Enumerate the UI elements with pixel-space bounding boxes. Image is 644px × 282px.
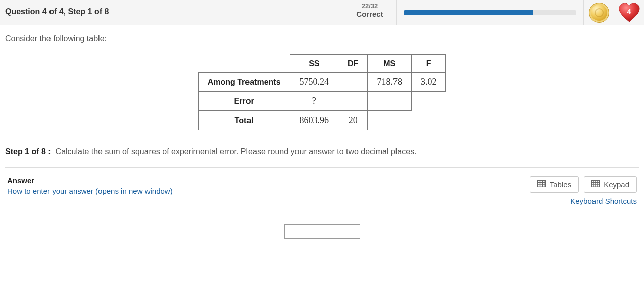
keypad-button[interactable]: Keypad — [584, 176, 637, 193]
table-row: Error ? — [198, 92, 446, 111]
answer-label: Answer — [7, 176, 173, 185]
row-total-f-blank — [411, 111, 446, 130]
row-error-ms — [368, 92, 412, 111]
keyboard-shortcuts-link[interactable]: Keyboard Shortcuts — [570, 197, 637, 205]
row-among-ss: 5750.24 — [290, 73, 338, 92]
row-total-ss: 8603.96 — [290, 111, 338, 130]
row-among-df — [338, 73, 368, 92]
table-icon — [537, 180, 546, 189]
tables-button-label: Tables — [550, 180, 571, 189]
table-row: Total 8603.96 20 — [198, 111, 446, 130]
progress-fill — [404, 10, 533, 15]
col-f: F — [411, 55, 446, 73]
step-label: Step 1 of 8 : — [5, 147, 51, 156]
heart-icon: 4 — [618, 3, 640, 23]
divider — [5, 167, 639, 168]
row-total-ms-blank — [368, 111, 412, 130]
row-total-label: Total — [198, 111, 290, 130]
topbar-spacer — [117, 0, 343, 25]
row-among-ms: 718.78 — [368, 73, 412, 92]
tables-button[interactable]: Tables — [530, 176, 579, 193]
answer-input[interactable] — [284, 224, 360, 239]
prompt-text: Consider the following table: — [5, 34, 639, 43]
progress-track — [404, 10, 576, 15]
svg-rect-0 — [537, 181, 545, 187]
anova-table-wrap: SS DF MS F Among Treatments 5750.24 718.… — [5, 54, 639, 130]
step-line: Step 1 of 8 : Calculate the sum of squar… — [5, 147, 639, 156]
heart-count: 4 — [618, 7, 640, 16]
keypad-icon — [591, 180, 600, 189]
keypad-button-label: Keypad — [604, 180, 629, 189]
col-ss: SS — [290, 55, 338, 73]
howto-link[interactable]: How to enter your answer (opens in new w… — [7, 187, 173, 195]
answer-input-row — [5, 224, 639, 239]
score-correct-label: Correct — [343, 10, 396, 18]
col-ms: MS — [368, 55, 412, 73]
row-error-df — [338, 92, 368, 111]
score-fraction: 22/32 — [343, 2, 396, 10]
row-error-ss: ? — [290, 92, 338, 111]
col-df: DF — [338, 55, 368, 73]
step-text: Calculate the sum of squares of experime… — [56, 147, 417, 156]
row-error-f-blank — [411, 92, 446, 111]
score-box: 22/32 Correct — [343, 0, 397, 25]
anova-table: SS DF MS F Among Treatments 5750.24 718.… — [198, 54, 447, 130]
row-among-f: 3.02 — [411, 73, 446, 92]
answer-right: Tables Keypad Keyboard Shortcuts — [530, 176, 637, 205]
row-among-label: Among Treatments — [198, 73, 290, 92]
heart-box: 4 — [614, 0, 644, 25]
table-row: Among Treatments 5750.24 718.78 3.02 — [198, 73, 446, 92]
answer-left: Answer How to enter your answer (opens i… — [7, 176, 173, 195]
table-header-row: SS DF MS F — [198, 55, 446, 73]
coin-box — [583, 0, 614, 25]
blank-corner — [198, 55, 290, 73]
question-step-label: Question 4 of 4, Step 1 of 8 — [0, 0, 117, 25]
content: Consider the following table: SS DF MS F… — [0, 25, 644, 239]
answer-row: Answer How to enter your answer (opens i… — [5, 176, 639, 205]
progress-wrap — [397, 0, 583, 25]
row-error-label: Error — [198, 92, 290, 111]
coin-icon — [589, 3, 609, 23]
topbar: Question 4 of 4, Step 1 of 8 22/32 Corre… — [0, 0, 644, 25]
row-total-df: 20 — [338, 111, 368, 130]
